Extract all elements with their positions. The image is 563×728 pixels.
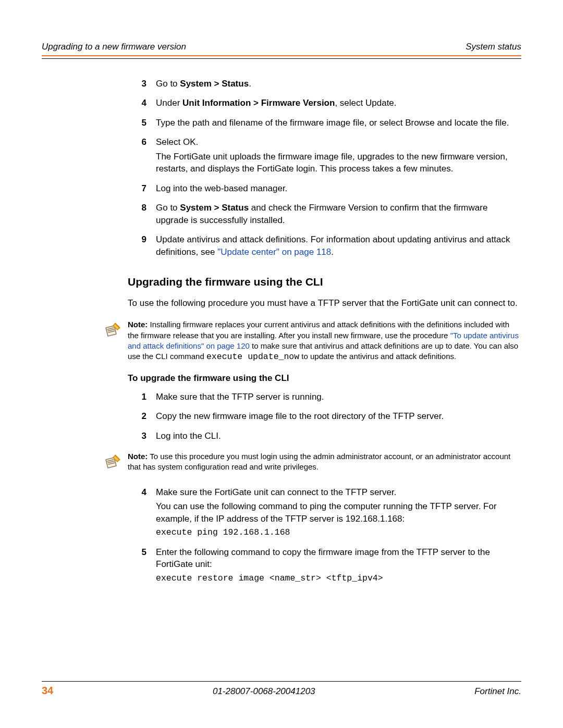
step-number: 2 bbox=[128, 410, 146, 424]
step-number: 8 bbox=[128, 202, 146, 228]
step-text: Select OK. bbox=[156, 136, 521, 148]
note-1-text: Note: Installing firmware replaces your … bbox=[128, 319, 521, 363]
footer-row: 34 01-28007-0068-20041203 Fortinet Inc. bbox=[42, 685, 521, 697]
step-body: Go to System > Status. bbox=[156, 78, 521, 92]
step-text: Update antivirus and attack definitions.… bbox=[156, 233, 521, 258]
step-body: Update antivirus and attack definitions.… bbox=[156, 233, 521, 260]
step-body: Under Unit Information > Firmware Versio… bbox=[156, 97, 521, 111]
step-code: execute restore image <name_str> <tftp_i… bbox=[156, 573, 521, 585]
note-icon bbox=[102, 451, 125, 476]
step-body: Copy the new firmware image file to the … bbox=[156, 410, 521, 424]
note-1: Note: Installing firmware replaces your … bbox=[128, 319, 521, 363]
note-2: Note: To use this procedure you must log… bbox=[128, 451, 521, 476]
step-body: Select OK.The FortiGate unit uploads the… bbox=[156, 136, 521, 177]
step-number: 6 bbox=[128, 136, 146, 177]
footer-rule bbox=[42, 681, 521, 682]
step: 8Go to System > Status and check the Fir… bbox=[128, 202, 521, 228]
running-header: Upgrading to a new firmware version Syst… bbox=[42, 42, 521, 55]
header-right: System status bbox=[466, 42, 521, 52]
step: 1Make sure that the TFTP server is runni… bbox=[128, 391, 521, 405]
step-text: Under Unit Information > Firmware Versio… bbox=[156, 97, 521, 109]
step: 3Log into the CLI. bbox=[128, 430, 521, 444]
step-number: 1 bbox=[128, 391, 146, 405]
step: 5Enter the following command to copy the… bbox=[128, 546, 521, 587]
step-body: Log into the CLI. bbox=[156, 430, 521, 444]
step: 7Log into the web-based manager. bbox=[128, 182, 521, 196]
step-number: 5 bbox=[128, 117, 146, 131]
steps-group-b: 1Make sure that the TFTP server is runni… bbox=[128, 391, 521, 444]
step-body: Type the path and filename of the firmwa… bbox=[156, 117, 521, 131]
step-text: Type the path and filename of the firmwa… bbox=[156, 117, 521, 129]
steps-group-a: 3Go to System > Status.4Under Unit Infor… bbox=[128, 78, 521, 260]
step-number: 9 bbox=[128, 233, 146, 260]
note-2-text: Note: To use this procedure you must log… bbox=[128, 451, 521, 473]
step-text: Log into the web-based manager. bbox=[156, 182, 521, 194]
step-text: Make sure that the TFTP server is runnin… bbox=[156, 391, 521, 403]
step-text: Enter the following command to copy the … bbox=[156, 546, 521, 571]
step-body: Make sure the FortiGate unit can connect… bbox=[156, 486, 521, 541]
header-rule-orange bbox=[42, 55, 521, 56]
step-body: Go to System > Status and check the Firm… bbox=[156, 202, 521, 228]
page: Upgrading to a new firmware version Syst… bbox=[0, 0, 563, 728]
step: 4Make sure the FortiGate unit can connec… bbox=[128, 486, 521, 541]
step-extra: The FortiGate unit uploads the firmware … bbox=[156, 151, 521, 175]
step-number: 4 bbox=[128, 486, 146, 541]
page-number: 34 bbox=[42, 685, 53, 697]
step-code: execute ping 192.168.1.168 bbox=[156, 527, 521, 539]
step: 4Under Unit Information > Firmware Versi… bbox=[128, 97, 521, 111]
footer-right: Fortinet Inc. bbox=[474, 686, 521, 697]
step-text: Log into the CLI. bbox=[156, 430, 521, 442]
step-text: Copy the new firmware image file to the … bbox=[156, 410, 521, 422]
step: 3Go to System > Status. bbox=[128, 78, 521, 92]
step: 6Select OK.The FortiGate unit uploads th… bbox=[128, 136, 521, 177]
step-text: Make sure the FortiGate unit can connect… bbox=[156, 486, 521, 498]
step-number: 4 bbox=[128, 97, 146, 111]
footer-center: 01-28007-0068-20041203 bbox=[53, 686, 474, 697]
header-rule-thin bbox=[42, 58, 521, 59]
step: 5Type the path and filename of the firmw… bbox=[128, 117, 521, 131]
section-heading: Upgrading the firmware using the CLI bbox=[128, 275, 521, 290]
subhead: To upgrade the firmware using the CLI bbox=[128, 372, 521, 384]
step-number: 3 bbox=[128, 430, 146, 444]
content: 3Go to System > Status.4Under Unit Infor… bbox=[128, 78, 521, 586]
step-body: Make sure that the TFTP server is runnin… bbox=[156, 391, 521, 405]
step: 9Update antivirus and attack definitions… bbox=[128, 233, 521, 260]
step: 2Copy the new firmware image file to the… bbox=[128, 410, 521, 424]
section-intro: To use the following procedure you must … bbox=[128, 297, 521, 309]
note-icon bbox=[102, 319, 125, 344]
step-extra: You can use the following command to pin… bbox=[156, 500, 521, 525]
step-number: 7 bbox=[128, 182, 146, 196]
step-number: 3 bbox=[128, 78, 146, 92]
step-body: Log into the web-based manager. bbox=[156, 182, 521, 196]
step-text: Go to System > Status. bbox=[156, 78, 521, 90]
step-body: Enter the following command to copy the … bbox=[156, 546, 521, 587]
footer: 34 01-28007-0068-20041203 Fortinet Inc. bbox=[42, 681, 521, 697]
step-text: Go to System > Status and check the Firm… bbox=[156, 202, 521, 226]
header-left: Upgrading to a new firmware version bbox=[42, 42, 186, 52]
steps-group-c: 4Make sure the FortiGate unit can connec… bbox=[128, 486, 521, 587]
step-number: 5 bbox=[128, 546, 146, 587]
